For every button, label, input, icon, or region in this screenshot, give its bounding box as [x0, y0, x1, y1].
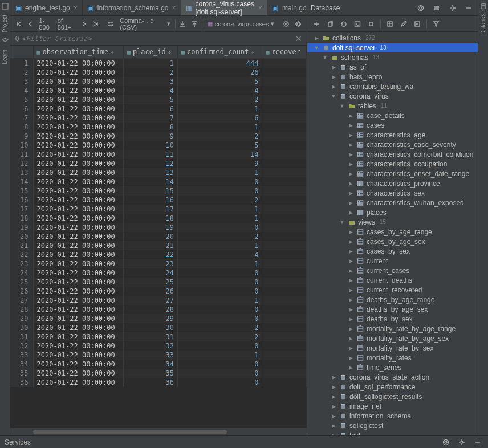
cell-confirmed-count[interactable]: 1	[177, 259, 262, 268]
tree-item[interactable]: current_recovered	[307, 285, 478, 295]
horizontal-scrollbar[interactable]	[10, 427, 307, 435]
cell-observation-time[interactable]: 2020-01-22 00:00:00	[33, 259, 123, 268]
tree-item[interactable]: dolt_sql_performance	[307, 382, 478, 392]
table-row[interactable]: 22020-01-22 00:00:00226	[10, 68, 307, 77]
cell-observation-time[interactable]: 2020-01-22 00:00:00	[33, 250, 123, 259]
cell-recover[interactable]	[262, 287, 307, 296]
cell-confirmed-count[interactable]: 14	[177, 150, 262, 159]
table-row[interactable]: 152020-01-22 00:00:00150	[10, 186, 307, 196]
table-row[interactable]: 182020-01-22 00:00:00181	[10, 214, 307, 223]
cell-observation-time[interactable]: 2020-01-22 00:00:00	[33, 351, 123, 360]
tree-twistie[interactable]	[347, 258, 354, 264]
cell-place-id[interactable]: 2	[123, 68, 177, 77]
tree-twistie[interactable]	[347, 113, 354, 119]
table-row[interactable]: 92020-01-22 00:00:0092	[10, 132, 307, 141]
table-row[interactable]: 12020-01-22 00:00:001444	[10, 59, 307, 68]
cell-place-id[interactable]: 12	[123, 159, 177, 168]
tree-item[interactable]: current	[307, 256, 478, 266]
db-stop-button[interactable]	[365, 18, 377, 30]
cell-observation-time[interactable]: 2020-01-22 00:00:00	[33, 177, 123, 186]
tree-item[interactable]: characteristics_province	[307, 178, 478, 188]
tree-item[interactable]: mortality_rates	[307, 353, 478, 363]
tree-twistie[interactable]	[313, 45, 320, 51]
cell-place-id[interactable]: 9	[123, 132, 177, 141]
cell-place-id[interactable]: 11	[123, 150, 177, 159]
cell-place-id[interactable]: 28	[123, 305, 177, 314]
cell-observation-time[interactable]: 2020-01-22 00:00:00	[33, 278, 123, 287]
export-format-combo[interactable]: Comma-…d (CSV) ▾	[117, 17, 172, 31]
tree-item[interactable]: test	[307, 430, 478, 435]
services-sync-button[interactable]	[440, 437, 452, 448]
cell-recover[interactable]	[262, 232, 307, 241]
tree-item[interactable]: characteristics_comorbid_condition	[307, 149, 478, 159]
tree-twistie[interactable]	[330, 413, 337, 419]
tree-item[interactable]: characteristics_sex	[307, 188, 478, 198]
cell-observation-time[interactable]: 2020-01-22 00:00:00	[33, 214, 123, 223]
table-row[interactable]: 262020-01-22 00:00:00260	[10, 287, 307, 296]
services-settings-button[interactable]	[456, 437, 467, 448]
cell-recover[interactable]	[262, 296, 307, 305]
cell-confirmed-count[interactable]: 0	[177, 268, 262, 278]
data-grid[interactable]: ▦observation_time÷ ▦place_id÷ ▦confirmed…	[10, 46, 307, 427]
cell-place-id[interactable]: 33	[123, 351, 177, 360]
table-row[interactable]: 162020-01-22 00:00:00162	[10, 196, 307, 205]
table-row[interactable]: 172020-01-22 00:00:00171	[10, 205, 307, 214]
cell-recover[interactable]	[262, 205, 307, 214]
learn-tool-button[interactable]: Learn	[2, 50, 8, 64]
editor-tab[interactable]: ▣information_schema.go×	[83, 0, 181, 15]
table-row[interactable]: 222020-01-22 00:00:00224	[10, 250, 307, 259]
tree-twistie[interactable]	[330, 374, 337, 380]
cell-place-id[interactable]: 15	[123, 186, 177, 196]
tree-item[interactable]: corona_virus_state_action	[307, 372, 478, 382]
tree-item[interactable]: characteristics_occupation	[307, 159, 478, 169]
cell-recover[interactable]	[262, 332, 307, 341]
cell-confirmed-count[interactable]: 0	[177, 287, 262, 296]
tree-twistie[interactable]	[339, 103, 345, 109]
import-button[interactable]	[190, 18, 200, 30]
cell-observation-time[interactable]: 2020-01-22 00:00:00	[33, 86, 123, 95]
cell-recover[interactable]	[262, 223, 307, 232]
tree-twistie[interactable]	[347, 161, 354, 167]
cell-confirmed-count[interactable]: 1	[177, 241, 262, 250]
cell-place-id[interactable]: 23	[123, 259, 177, 268]
cell-recover[interactable]	[262, 150, 307, 159]
db-refresh-button[interactable]	[338, 18, 349, 30]
cell-observation-time[interactable]: 2020-01-22 00:00:00	[33, 159, 123, 168]
tree-item[interactable]: information_schema	[307, 411, 478, 421]
cell-confirmed-count[interactable]: 0	[177, 305, 262, 314]
cell-observation-time[interactable]: 2020-01-22 00:00:00	[33, 341, 123, 351]
database-tool-icon[interactable]	[479, 2, 487, 10]
tree-twistie[interactable]	[347, 355, 354, 361]
tree-twistie[interactable]	[347, 239, 354, 245]
cell-place-id[interactable]: 8	[123, 123, 177, 132]
database-tree[interactable]: collations272dolt sql-server13schemas13a…	[307, 32, 478, 435]
cell-recover[interactable]	[262, 95, 307, 104]
cell-place-id[interactable]: 24	[123, 268, 177, 278]
cell-recover[interactable]	[262, 132, 307, 141]
editor-tab[interactable]: ▦corona_virus.cases [dolt sql-server]×	[181, 0, 267, 15]
cell-observation-time[interactable]: 2020-01-22 00:00:00	[33, 223, 123, 232]
cell-observation-time[interactable]: 2020-01-22 00:00:00	[33, 232, 123, 241]
project-tool-button[interactable]: Project	[2, 15, 8, 32]
filter-clear-button[interactable]: ✕	[293, 34, 304, 43]
tree-item[interactable]: cannabis_testing_wa	[307, 82, 478, 91]
column-header-observation-time[interactable]: ▦observation_time÷	[33, 46, 123, 59]
cell-recover[interactable]	[262, 241, 307, 250]
cell-observation-time[interactable]: 2020-01-22 00:00:00	[33, 132, 123, 141]
cell-place-id[interactable]: 3	[123, 77, 177, 86]
cell-observation-time[interactable]: 2020-01-22 00:00:00	[33, 77, 123, 86]
db-edit-button[interactable]	[398, 18, 409, 30]
cell-observation-time[interactable]: 2020-01-22 00:00:00	[33, 59, 123, 68]
tree-twistie[interactable]	[347, 345, 354, 351]
table-row[interactable]: 132020-01-22 00:00:00131	[10, 168, 307, 177]
table-row[interactable]: 32020-01-22 00:00:0035	[10, 77, 307, 86]
tree-item[interactable]: characteristics_case_severity	[307, 140, 478, 149]
table-row[interactable]: 42020-01-22 00:00:0044	[10, 86, 307, 95]
tree-twistie[interactable]	[347, 297, 354, 303]
tree-item[interactable]: time_series	[307, 363, 478, 372]
cell-recover[interactable]	[262, 278, 307, 287]
cell-place-id[interactable]: 29	[123, 314, 177, 323]
cell-observation-time[interactable]: 2020-01-22 00:00:00	[33, 168, 123, 177]
tree-twistie[interactable]	[347, 287, 354, 293]
cell-recover[interactable]	[262, 123, 307, 132]
